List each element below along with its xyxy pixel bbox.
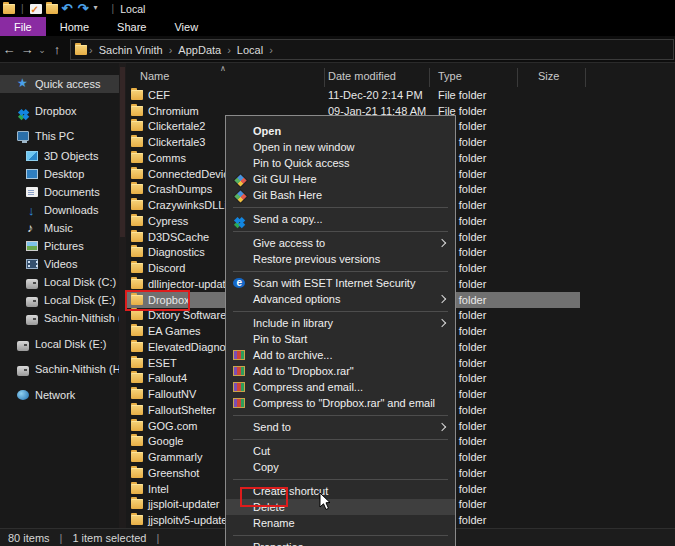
menu-item-add-to-archive-[interactable]: Add to archive... [226, 347, 455, 363]
new-folder-icon[interactable] [46, 4, 58, 14]
monitor-icon [17, 131, 29, 141]
sidebar-item-network[interactable]: Network [0, 386, 119, 404]
ribbon-tab-home[interactable]: Home [46, 17, 103, 36]
customize-toolbar-chevron-icon[interactable] [94, 4, 106, 14]
sidebar-item-local-disk-e-[interactable]: Local Disk (E:) [0, 291, 119, 309]
breadcrumb-segment[interactable]: Sachin Vinith [95, 44, 167, 56]
menu-item-pin-to-start[interactable]: Pin to Start [226, 331, 455, 347]
sidebar-item-pictures[interactable]: Pictures [0, 237, 119, 255]
folder-icon [131, 373, 143, 383]
menu-item-label: Cut [253, 445, 270, 457]
menu-item-label: Pin to Quick access [253, 157, 350, 169]
properties-icon[interactable] [30, 4, 42, 14]
file-name: Clickertale3 [148, 136, 205, 148]
menu-item-give-access-to[interactable]: Give access to [226, 235, 455, 251]
sidebar-item-local-disk-c-[interactable]: Local Disk (C:) [0, 273, 119, 291]
sidebar-item-desktop[interactable]: Desktop [0, 165, 119, 183]
menu-item-open-in-new-window[interactable]: Open in new window [226, 139, 455, 155]
sidebar-item-downloads[interactable]: Downloads [0, 201, 119, 219]
breadcrumb-segment[interactable]: AppData [174, 44, 225, 56]
breadcrumb-segment[interactable]: Local [233, 44, 267, 56]
menu-item-label: Copy [253, 461, 279, 473]
column-divider[interactable] [517, 68, 518, 87]
file-row-cef[interactable]: CEF11-Dec-20 2:14 PMFile folder [126, 87, 675, 103]
sidebar-item-this-pc[interactable]: This PC [0, 127, 119, 145]
ribbon-tab-file[interactable]: File [0, 17, 46, 36]
menu-item-compress-to-dropbox-rar-and-email[interactable]: Compress to "Dropbox.rar" and email [226, 395, 455, 411]
sidebar-item-label: Sachin-Nithish (H:) [44, 312, 119, 324]
menu-item-label: Give access to [253, 237, 325, 249]
column-headers: ∧ Name Date modified Type Size [126, 68, 675, 87]
dropbox-icon [233, 214, 245, 224]
sidebar-item-label: Videos [44, 258, 77, 270]
file-name: dllinjector-updater [148, 278, 235, 290]
context-menu: OpenOpen in new windowPin to Quick acces… [225, 115, 456, 546]
file-type: File folder [438, 89, 486, 101]
column-divider[interactable] [324, 68, 325, 87]
back-button[interactable]: ← [0, 42, 18, 57]
ribbon-tab-view[interactable]: View [160, 17, 212, 36]
menu-item-label: Restore previous versions [253, 253, 380, 265]
column-divider[interactable] [429, 68, 430, 87]
column-header-type[interactable]: Type [438, 70, 462, 82]
sidebar-item-sachin-nithish-h-[interactable]: Sachin-Nithish (H:) [0, 309, 119, 327]
sidebar-item-dropbox[interactable]: Dropbox [0, 102, 119, 120]
column-header-size[interactable]: Size [538, 70, 559, 82]
sidebar-item-local-disk-e-[interactable]: Local Disk (E:) [0, 335, 119, 353]
column-header-date[interactable]: Date modified [328, 70, 396, 82]
menu-item-send-to[interactable]: Send to [226, 419, 455, 435]
menu-item-label: Send a copy... [253, 213, 323, 225]
up-button[interactable]: ↑ [48, 42, 66, 57]
sidebar-scrollbar-thumb[interactable] [120, 67, 125, 237]
sidebar-item-sachin-nithish-h-[interactable]: Sachin-Nithish (H:) [0, 360, 119, 378]
network-icon [17, 390, 29, 400]
column-divider[interactable] [585, 68, 586, 87]
menu-item-add-to-dropbox-rar-[interactable]: Add to "Dropbox.rar" [226, 363, 455, 379]
file-name: Grammarly [148, 451, 202, 463]
disk-icon [26, 315, 38, 325]
sidebar-item-quick-access[interactable]: Quick access [0, 75, 119, 93]
menu-item-advanced-options[interactable]: Advanced options [226, 291, 455, 307]
sidebar-item-videos[interactable]: Videos [0, 255, 119, 273]
menu-item-cut[interactable]: Cut [226, 443, 455, 459]
sidebar-item-documents[interactable]: Documents [0, 183, 119, 201]
folder-icon [131, 263, 143, 273]
selected-count: 1 item selected [72, 532, 146, 544]
ribbon-tab-share[interactable]: Share [103, 17, 160, 36]
menu-item-label: Scan with ESET Internet Security [253, 277, 415, 289]
menu-item-send-a-copy-[interactable]: Send a copy... [226, 211, 455, 227]
file-name: Comms [148, 152, 186, 164]
folder-icon [131, 106, 143, 116]
folder-icon [131, 200, 143, 210]
sidebar-item-label: Dropbox [35, 105, 77, 117]
menu-item-scan-with-eset-internet-security[interactable]: Scan with ESET Internet Security [226, 275, 455, 291]
menu-item-include-in-library[interactable]: Include in library [226, 315, 455, 331]
menu-item-label: Git GUI Here [253, 173, 317, 185]
menu-item-git-gui-here[interactable]: Git GUI Here [226, 171, 455, 187]
breadcrumb[interactable]: ›Sachin Vinith›AppData›Local› [70, 39, 674, 60]
sidebar-item-label: Local Disk (E:) [35, 338, 107, 350]
menu-item-compress-and-email-[interactable]: Compress and email... [226, 379, 455, 395]
file-name: Fallout4 [148, 372, 187, 384]
menu-item-label: Open [253, 125, 281, 137]
recent-locations-chevron[interactable]: ⌄ [36, 45, 48, 55]
menu-item-rename[interactable]: Rename [226, 515, 455, 531]
menu-item-git-bash-here[interactable]: Git Bash Here [226, 187, 455, 203]
title-bar: | | Local [0, 0, 675, 17]
cube-icon [26, 151, 38, 161]
menu-item-restore-previous-versions[interactable]: Restore previous versions [226, 251, 455, 267]
menu-item-label: Send to [253, 421, 291, 433]
menu-item-open[interactable]: Open [226, 123, 455, 139]
sidebar-item-3d-objects[interactable]: 3D Objects [0, 147, 119, 165]
sidebar-item-music[interactable]: Music [0, 219, 119, 237]
folder-icon [131, 216, 143, 226]
forward-button[interactable]: → [18, 42, 36, 57]
undo-icon[interactable] [62, 4, 74, 14]
redo-icon[interactable] [78, 4, 90, 14]
menu-item-copy[interactable]: Copy [226, 459, 455, 475]
menu-item-label: Properties [253, 541, 303, 546]
menu-item-pin-to-quick-access[interactable]: Pin to Quick access [226, 155, 455, 171]
file-name: FalloutShelter [148, 404, 216, 416]
menu-item-properties[interactable]: Properties [226, 539, 455, 546]
column-header-name[interactable]: Name [140, 70, 169, 82]
